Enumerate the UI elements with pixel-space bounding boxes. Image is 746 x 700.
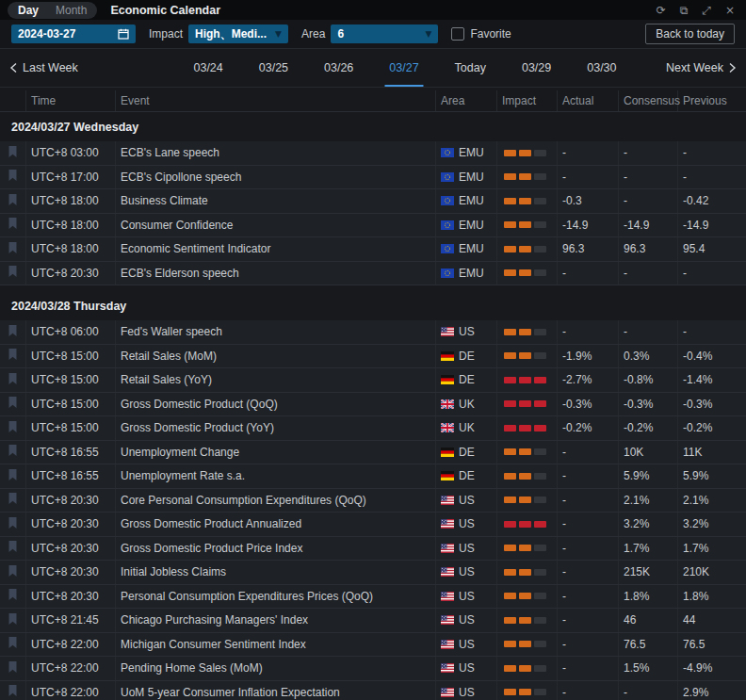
bookmark-icon[interactable] — [8, 217, 18, 233]
expand-window-icon[interactable]: ⤢ — [702, 4, 711, 17]
impact-bar — [534, 617, 546, 624]
area-cell: EMU — [436, 141, 497, 165]
table-row[interactable]: UTC+8 16:55Unemployment Rate s.a.DE-5.9%… — [0, 464, 746, 489]
area-cell: DE — [436, 464, 497, 488]
date-picker[interactable]: 2024-03-27 — [11, 24, 136, 43]
date-section-header: 2024/03/27 Wednesday — [0, 112, 746, 141]
previous-cell: - — [678, 262, 746, 285]
area-code: US — [459, 590, 475, 603]
table-row[interactable]: UTC+8 21:45Chicago Purchasing Managers' … — [0, 609, 746, 633]
table-row[interactable]: UTC+8 22:00Pending Home Sales (MoM)US-1.… — [0, 657, 746, 681]
flag-us-icon — [441, 592, 454, 601]
impact-select[interactable]: High、Medi... ▼ — [188, 24, 288, 43]
table-row[interactable]: UTC+8 18:00Business ClimateEMU-0.3--0.42 — [0, 189, 746, 214]
table-row[interactable]: UTC+8 18:00Economic Sentiment IndicatorE… — [0, 237, 746, 262]
back-to-today-button[interactable]: Back to today — [645, 24, 735, 44]
table-row[interactable]: UTC+8 20:30Personal Consumption Expendit… — [0, 585, 746, 610]
bookmark-icon[interactable] — [8, 169, 18, 185]
close-icon[interactable]: × — [725, 4, 735, 17]
impact-bar — [504, 617, 516, 624]
bookmark-icon[interactable] — [8, 348, 18, 364]
impact-high-indicator — [504, 400, 546, 407]
bookmark-icon[interactable] — [8, 588, 18, 604]
bookmark-icon[interactable] — [8, 468, 18, 484]
bookmark-icon[interactable] — [8, 564, 18, 580]
bookmark-cell — [0, 189, 26, 213]
bookmark-icon[interactable] — [8, 145, 18, 161]
impact-bar — [534, 329, 546, 335]
bookmark-column-header — [0, 90, 26, 111]
title-bar: Day Month Economic Calendar ⟳ ⧉ ⤢ × — [0, 0, 746, 20]
bookmark-icon[interactable] — [8, 420, 18, 436]
table-row[interactable]: UTC+8 17:00ECB's Cipollone speechEMU--- — [0, 166, 746, 190]
table-row[interactable]: UTC+8 15:00Retail Sales (YoY)DE-2.7%-0.8… — [0, 368, 746, 393]
bookmark-icon[interactable] — [8, 396, 18, 412]
area-code: EMU — [459, 242, 484, 255]
week-day-tab[interactable]: 03/30 — [569, 49, 634, 87]
week-day-tab[interactable]: 03/26 — [306, 49, 371, 87]
week-day-tab[interactable]: Today — [437, 49, 504, 87]
actual-cell: -14.9 — [558, 214, 619, 237]
table-row[interactable]: UTC+8 18:00Consumer ConfidenceEMU-14.9-1… — [0, 214, 746, 238]
actual-cell: - — [558, 320, 619, 344]
consensus-cell: 1.5% — [619, 657, 678, 680]
bookmark-icon[interactable] — [8, 444, 18, 460]
bookmark-icon[interactable] — [8, 516, 18, 532]
table-row[interactable]: UTC+8 22:00Michigan Consumer Sentiment I… — [0, 633, 746, 658]
table-row[interactable]: UTC+8 20:30Gross Domestic Product Annual… — [0, 513, 746, 537]
flag-eu-icon — [441, 196, 454, 205]
bookmark-icon[interactable] — [8, 324, 18, 340]
bookmark-icon[interactable] — [8, 241, 18, 257]
favorite-checkbox[interactable] — [451, 27, 464, 41]
table-row[interactable]: UTC+8 15:00Gross Domestic Product (QoQ)U… — [0, 393, 746, 417]
table-row[interactable]: UTC+8 06:00Fed's Waller speechUS--- — [0, 320, 746, 345]
impact-medium-indicator — [504, 221, 546, 228]
refresh-icon[interactable]: ⟳ — [657, 4, 666, 17]
area-select[interactable]: 6 ▼ — [331, 24, 438, 43]
flag-eu-icon — [441, 220, 454, 230]
actual-cell: - — [558, 657, 619, 680]
actual-cell: -2.7% — [558, 368, 619, 392]
next-week-button[interactable]: Next Week — [666, 61, 737, 74]
flag-us-icon — [441, 327, 454, 336]
impact-bar — [519, 473, 531, 480]
bookmark-icon[interactable] — [8, 492, 18, 508]
week-day-tab[interactable]: 03/27 — [371, 49, 436, 87]
area-code: US — [459, 638, 475, 651]
table-row[interactable]: UTC+8 20:30ECB's Elderson speechEMU--- — [0, 262, 746, 286]
tab-day[interactable]: Day — [9, 2, 47, 19]
flag-eu-icon — [441, 172, 454, 182]
impact-bar — [519, 425, 531, 431]
previous-cell: -4.9% — [678, 657, 746, 680]
table-row[interactable]: UTC+8 20:30Gross Domestic Product Price … — [0, 537, 746, 562]
bookmark-icon[interactable] — [8, 193, 18, 209]
table-row[interactable]: UTC+8 15:00Gross Domestic Product (YoY)U… — [0, 416, 746, 441]
table-row[interactable]: UTC+8 20:30Core Personal Consumption Exp… — [0, 489, 746, 513]
bookmark-cell — [0, 141, 26, 165]
bookmark-icon[interactable] — [8, 265, 18, 281]
event-cell: Gross Domestic Product (YoY) — [116, 416, 436, 440]
bookmark-icon[interactable] — [8, 612, 18, 628]
date-section-header: 2024/03/28 Thursday — [0, 291, 746, 320]
table-row[interactable]: UTC+8 20:30Initial Jobless ClaimsUS-215K… — [0, 561, 746, 585]
week-day-tab[interactable]: 03/25 — [241, 49, 306, 87]
week-day-tab[interactable]: 03/24 — [175, 49, 240, 87]
bookmark-icon[interactable] — [8, 684, 18, 700]
bookmark-icon[interactable] — [8, 660, 18, 676]
table-row[interactable]: UTC+8 22:00UoM 5-year Consumer Inflation… — [0, 681, 746, 700]
bookmark-icon[interactable] — [8, 636, 18, 652]
tab-month[interactable]: Month — [47, 2, 95, 19]
table-row[interactable]: UTC+8 15:00Retail Sales (MoM)DE-1.9%0.3%… — [0, 345, 746, 369]
bookmark-icon[interactable] — [8, 372, 18, 388]
column-header-consensus: Consensus — [619, 90, 678, 111]
bookmark-cell — [0, 513, 26, 536]
impact-medium-indicator — [504, 329, 546, 335]
impact-cell — [497, 657, 558, 680]
table-row[interactable]: UTC+8 03:00ECB's Lane speechEMU--- — [0, 141, 746, 166]
week-day-tab[interactable]: 03/29 — [504, 49, 569, 87]
popout-window-icon[interactable]: ⧉ — [680, 4, 689, 17]
table-row[interactable]: UTC+8 16:55Unemployment ChangeDE-10K11K — [0, 441, 746, 465]
impact-cell — [497, 141, 558, 165]
last-week-button[interactable]: Last Week — [9, 61, 78, 74]
bookmark-icon[interactable] — [8, 540, 18, 556]
